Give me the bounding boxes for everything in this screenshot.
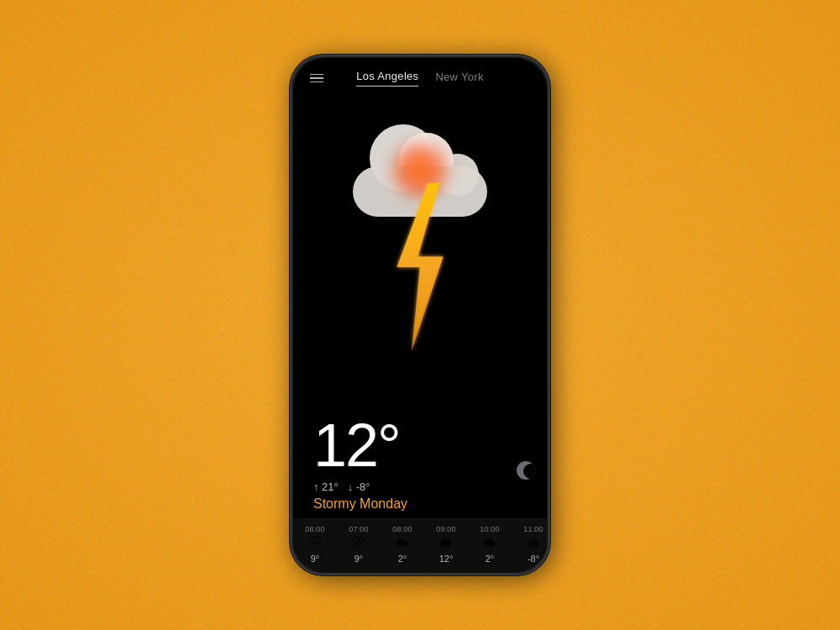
hour-icon-3: 🌧 [438, 536, 454, 551]
cloud-lightning-icon [336, 133, 504, 368]
hour-item-2: 08:00🌧2° [381, 525, 424, 564]
weather-condition: Stormy Monday [313, 496, 527, 512]
hour-temp-2: 2° [398, 554, 407, 564]
hour-time-5: 11:00 [523, 525, 543, 533]
city-tab-new-york[interactable]: New York [435, 71, 483, 87]
hour-time-4: 10:00 [480, 525, 500, 533]
hour-icon-2: 🌧 [395, 536, 410, 551]
hour-time-2: 08:00 [392, 525, 412, 533]
hour-item-5: 11:00❄-8° [512, 525, 547, 564]
hour-temp-1: 9° [354, 554, 364, 564]
silent-button[interactable] [290, 117, 291, 135]
menu-icon[interactable] [310, 74, 323, 83]
temperature-section: 12° ↑ 21° ↓ -8° Stormy Monday [293, 415, 547, 518]
hour-time-1: 07:00 [349, 525, 369, 533]
hour-temp-3: 12° [439, 554, 454, 564]
hour-item-1: 07:00⛈9° [337, 525, 381, 564]
city-tabs: Los Angeles New York [356, 70, 483, 87]
hourly-row: 06:00⛈9°07:00⛈9°08:00🌧2°09:00🌧12°10:00🌧2… [293, 525, 547, 564]
svg-marker-0 [397, 183, 444, 351]
volume-down-button[interactable] [290, 181, 291, 210]
hour-item-0: 06:00⛈9° [293, 525, 337, 564]
volume-up-button[interactable] [290, 140, 291, 170]
hour-item-4: 10:00🌧2° [468, 525, 512, 564]
hour-icon-4: 🌧 [482, 536, 497, 551]
hour-time-3: 09:00 [436, 525, 456, 533]
hour-temp-0: 9° [311, 554, 320, 564]
hour-icon-0: ⛈ [307, 536, 323, 551]
phone-wrapper: Los Angeles New York [290, 55, 550, 575]
moon-indicator [517, 461, 535, 480]
temperature-display: 12° [313, 415, 527, 475]
lightning-bolt-svg [378, 183, 462, 351]
phone-screen: Los Angeles New York [293, 58, 547, 572]
city-tab-los-angeles[interactable]: Los Angeles [356, 70, 418, 87]
hour-icon-1: ⛈ [351, 536, 366, 551]
temp-range-display: ↑ 21° ↓ -8° [313, 480, 527, 493]
hour-temp-4: 2° [486, 554, 495, 564]
weather-icon-area [293, 85, 547, 415]
moon-shape [517, 461, 535, 480]
phone-device: Los Angeles New York [290, 55, 550, 575]
hour-time-0: 06:00 [305, 525, 325, 533]
nav-bar: Los Angeles New York [293, 58, 547, 93]
hourly-forecast-strip[interactable]: 06:00⛈9°07:00⛈9°08:00🌧2°09:00🌧12°10:00🌧2… [293, 518, 547, 572]
temp-high: ↑ 21° [313, 480, 339, 493]
temp-low: ↓ -8° [348, 480, 370, 493]
hour-icon-5: ❄ [528, 536, 540, 551]
hour-item-3: 09:00🌧12° [424, 525, 468, 564]
hour-temp-5: -8° [528, 554, 539, 564]
